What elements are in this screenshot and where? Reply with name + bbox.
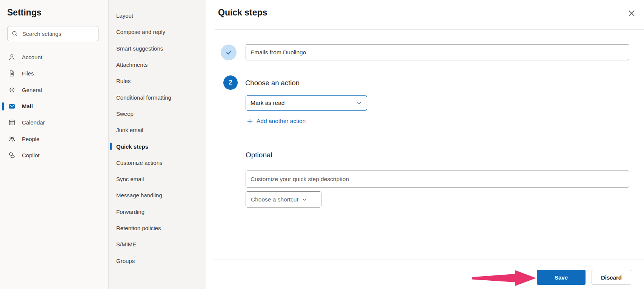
choose-action-heading: Choose an action xyxy=(245,79,300,87)
close-button[interactable] xyxy=(627,8,636,18)
quick-steps-panel: Quick steps 2 Choose an action Mark as r… xyxy=(206,0,644,289)
subnav-item-compose-and-reply[interactable]: Compose and reply xyxy=(109,24,206,40)
search-icon xyxy=(11,30,18,37)
settings-search[interactable] xyxy=(7,26,98,41)
sidebar-item-copilot[interactable]: Copilot xyxy=(0,147,109,163)
selected-indicator-bar xyxy=(110,143,112,150)
save-button[interactable]: Save xyxy=(537,270,586,285)
header-divider xyxy=(215,29,644,30)
subnav-item-customize-actions[interactable]: Customize actions xyxy=(109,155,206,171)
annotation-arrow xyxy=(472,269,537,287)
settings-title: Settings xyxy=(7,8,41,18)
subnav-item-quick-steps[interactable]: Quick steps xyxy=(109,138,206,154)
page-title: Quick steps xyxy=(218,8,267,18)
sidebar-item-label: Copilot xyxy=(22,152,40,158)
discard-button[interactable]: Discard xyxy=(592,270,631,285)
sidebar-item-label: Calendar xyxy=(22,119,45,126)
add-another-action-label: Add another action xyxy=(257,118,306,125)
add-another-action-link[interactable]: Add another action xyxy=(247,118,306,125)
sidebar-item-mail[interactable]: Mail xyxy=(0,98,109,114)
subnav-item-retention-policies[interactable]: Retention policies xyxy=(109,220,206,236)
chevron-down-icon xyxy=(356,100,362,106)
chevron-down-icon xyxy=(302,197,307,202)
subnav-item-rules[interactable]: Rules xyxy=(109,73,206,89)
step2-number-badge: 2 xyxy=(223,75,238,90)
shortcut-dropdown[interactable]: Choose a shortcut xyxy=(246,191,321,208)
sidebar-item-people[interactable]: People xyxy=(0,131,109,147)
outlook-settings-window: Settings Account Files xyxy=(0,0,644,289)
sidebar-item-calendar[interactable]: Calendar xyxy=(0,114,109,131)
sidebar-item-account[interactable]: Account xyxy=(0,49,109,65)
subnav-item-sweep[interactable]: Sweep xyxy=(109,106,206,122)
subnav-item-layout[interactable]: Layout xyxy=(109,8,206,24)
search-input[interactable] xyxy=(22,30,98,37)
subnav-item-junk-email[interactable]: Junk email xyxy=(109,122,206,138)
subnav-item-conditional-formatting[interactable]: Conditional formatting xyxy=(109,89,206,105)
optional-heading: Optional xyxy=(246,151,272,159)
copilot-icon xyxy=(8,152,15,159)
mail-subnav: Layout Compose and reply Smart suggestio… xyxy=(109,0,206,289)
sidebar-item-files[interactable]: Files xyxy=(0,65,109,81)
subnav-item-attachments[interactable]: Attachments xyxy=(109,57,206,73)
sidebar-item-label: Files xyxy=(22,70,34,77)
sidebar-item-general[interactable]: General xyxy=(0,82,109,98)
shortcut-dropdown-value: Choose a shortcut xyxy=(251,196,298,203)
action-dropdown-value: Mark as read xyxy=(251,100,284,106)
settings-nav: Account Files General Mail xyxy=(0,49,109,163)
sidebar-item-label: Mail xyxy=(22,103,33,109)
calendar-icon xyxy=(8,119,15,126)
close-icon xyxy=(627,9,636,17)
subnav-item-sync-email[interactable]: Sync email xyxy=(109,171,206,187)
subnav-item-smart-suggestions[interactable]: Smart suggestions xyxy=(109,40,206,57)
mail-icon xyxy=(8,103,15,110)
action-dropdown[interactable]: Mark as read xyxy=(246,95,367,111)
plus-icon xyxy=(247,118,253,124)
settings-sidebar: Settings Account Files xyxy=(0,0,109,289)
step1-complete-indicator xyxy=(221,45,237,60)
file-icon xyxy=(8,70,15,77)
sidebar-item-label: Account xyxy=(22,54,42,60)
description-input[interactable] xyxy=(246,171,629,188)
sidebar-item-label: People xyxy=(22,136,40,142)
sidebar-item-label: General xyxy=(22,87,42,93)
quick-step-name-input[interactable] xyxy=(246,44,629,60)
gear-icon xyxy=(8,86,15,94)
people-icon xyxy=(8,135,15,143)
subnav-item-groups[interactable]: Groups xyxy=(109,252,206,269)
subnav-item-message-handling[interactable]: Message handling xyxy=(109,187,206,203)
subnav-item-forwarding[interactable]: Forwarding xyxy=(109,204,206,220)
selected-indicator-bar xyxy=(2,102,4,111)
subnav-item-smime[interactable]: S/MIME xyxy=(109,236,206,252)
check-icon xyxy=(224,48,233,57)
footer-divider xyxy=(212,260,644,260)
person-icon xyxy=(8,54,15,61)
